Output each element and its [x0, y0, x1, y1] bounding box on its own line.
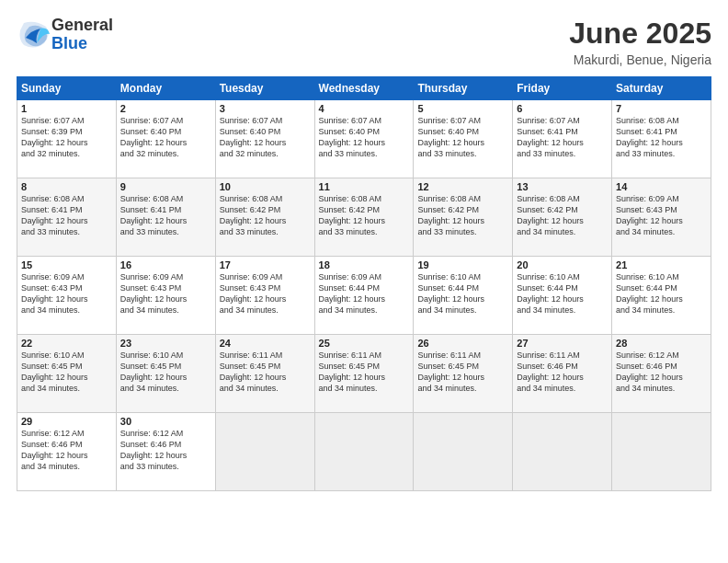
day-number: 13 [517, 181, 608, 192]
day-info: Sunrise: 6:07 AM Sunset: 6:41 PM Dayligh… [517, 115, 608, 160]
calendar-cell: 20Sunrise: 6:10 AM Sunset: 6:44 PM Dayli… [513, 257, 612, 335]
day-info: Sunrise: 6:11 AM Sunset: 6:45 PM Dayligh… [319, 350, 410, 395]
day-number: 16 [120, 259, 211, 270]
calendar-cell: 7Sunrise: 6:08 AM Sunset: 6:41 PM Daylig… [612, 100, 711, 178]
logo-blue: Blue [51, 34, 87, 52]
calendar-week-3: 15Sunrise: 6:09 AM Sunset: 6:43 PM Dayli… [17, 257, 711, 335]
day-number: 15 [21, 259, 112, 270]
logo: General Blue [17, 17, 113, 53]
day-info: Sunrise: 6:08 AM Sunset: 6:42 PM Dayligh… [517, 193, 608, 238]
calendar-cell: 4Sunrise: 6:07 AM Sunset: 6:40 PM Daylig… [314, 100, 414, 178]
calendar-week-1: 1Sunrise: 6:07 AM Sunset: 6:39 PM Daylig… [17, 100, 711, 178]
day-info: Sunrise: 6:09 AM Sunset: 6:43 PM Dayligh… [616, 193, 707, 238]
calendar-week-2: 8Sunrise: 6:08 AM Sunset: 6:41 PM Daylig… [17, 178, 711, 257]
day-number: 6 [517, 103, 608, 114]
calendar-cell [612, 413, 711, 491]
calendar-cell: 8Sunrise: 6:08 AM Sunset: 6:41 PM Daylig… [17, 178, 117, 257]
day-number: 1 [21, 103, 112, 114]
calendar-cell: 10Sunrise: 6:08 AM Sunset: 6:42 PM Dayli… [215, 178, 314, 257]
logo-icon [17, 17, 51, 52]
day-number: 9 [120, 181, 211, 192]
calendar-cell: 11Sunrise: 6:08 AM Sunset: 6:42 PM Dayli… [314, 178, 414, 257]
calendar-cell: 23Sunrise: 6:10 AM Sunset: 6:45 PM Dayli… [116, 335, 215, 413]
day-info: Sunrise: 6:09 AM Sunset: 6:43 PM Dayligh… [120, 271, 211, 316]
calendar-cell: 28Sunrise: 6:12 AM Sunset: 6:46 PM Dayli… [612, 335, 711, 413]
day-info: Sunrise: 6:09 AM Sunset: 6:44 PM Dayligh… [319, 271, 410, 316]
col-monday: Monday [116, 77, 215, 100]
calendar-header: Sunday Monday Tuesday Wednesday Thursday… [17, 77, 711, 100]
day-info: Sunrise: 6:08 AM Sunset: 6:41 PM Dayligh… [616, 115, 707, 160]
day-info: Sunrise: 6:10 AM Sunset: 6:45 PM Dayligh… [120, 350, 211, 395]
day-number: 8 [21, 181, 112, 192]
day-number: 27 [517, 338, 608, 349]
calendar-cell: 30Sunrise: 6:12 AM Sunset: 6:46 PM Dayli… [116, 413, 215, 491]
logo-general: General [51, 16, 113, 34]
day-number: 10 [220, 181, 311, 192]
day-info: Sunrise: 6:12 AM Sunset: 6:46 PM Dayligh… [21, 428, 112, 473]
calendar-cell: 12Sunrise: 6:08 AM Sunset: 6:42 PM Dayli… [414, 178, 513, 257]
day-number: 20 [517, 259, 608, 270]
location: Makurdi, Benue, Nigeria [569, 52, 711, 67]
calendar-cell: 16Sunrise: 6:09 AM Sunset: 6:43 PM Dayli… [116, 257, 215, 335]
day-header-row: Sunday Monday Tuesday Wednesday Thursday… [17, 77, 711, 100]
calendar-week-5: 29Sunrise: 6:12 AM Sunset: 6:46 PM Dayli… [17, 413, 711, 491]
day-info: Sunrise: 6:10 AM Sunset: 6:44 PM Dayligh… [417, 271, 508, 316]
day-number: 11 [319, 181, 410, 192]
logo-text: General Blue [51, 17, 113, 53]
day-number: 22 [21, 338, 112, 349]
day-info: Sunrise: 6:07 AM Sunset: 6:40 PM Dayligh… [417, 115, 508, 160]
calendar-cell: 9Sunrise: 6:08 AM Sunset: 6:41 PM Daylig… [116, 178, 215, 257]
day-info: Sunrise: 6:08 AM Sunset: 6:42 PM Dayligh… [319, 193, 410, 238]
header: General Blue June 2025 Makurdi, Benue, N… [17, 17, 711, 67]
day-number: 18 [319, 259, 410, 270]
day-number: 21 [616, 259, 707, 270]
title-area: June 2025 Makurdi, Benue, Nigeria [569, 17, 711, 67]
col-thursday: Thursday [414, 77, 513, 100]
calendar-body: 1Sunrise: 6:07 AM Sunset: 6:39 PM Daylig… [17, 100, 711, 491]
day-number: 30 [120, 416, 211, 427]
day-number: 12 [417, 181, 508, 192]
day-number: 7 [616, 103, 707, 114]
day-info: Sunrise: 6:10 AM Sunset: 6:44 PM Dayligh… [616, 271, 707, 316]
day-info: Sunrise: 6:07 AM Sunset: 6:40 PM Dayligh… [319, 115, 410, 160]
day-number: 14 [616, 181, 707, 192]
calendar-cell: 24Sunrise: 6:11 AM Sunset: 6:45 PM Dayli… [215, 335, 314, 413]
calendar-cell: 17Sunrise: 6:09 AM Sunset: 6:43 PM Dayli… [215, 257, 314, 335]
day-info: Sunrise: 6:08 AM Sunset: 6:41 PM Dayligh… [21, 193, 112, 238]
day-info: Sunrise: 6:07 AM Sunset: 6:39 PM Dayligh… [21, 115, 112, 160]
day-info: Sunrise: 6:08 AM Sunset: 6:41 PM Dayligh… [120, 193, 211, 238]
calendar-week-4: 22Sunrise: 6:10 AM Sunset: 6:45 PM Dayli… [17, 335, 711, 413]
col-saturday: Saturday [612, 77, 711, 100]
col-tuesday: Tuesday [215, 77, 314, 100]
day-number: 25 [319, 338, 410, 349]
calendar: Sunday Monday Tuesday Wednesday Thursday… [17, 76, 711, 491]
day-info: Sunrise: 6:07 AM Sunset: 6:40 PM Dayligh… [220, 115, 311, 160]
day-number: 5 [417, 103, 508, 114]
col-wednesday: Wednesday [314, 77, 414, 100]
day-info: Sunrise: 6:08 AM Sunset: 6:42 PM Dayligh… [220, 193, 311, 238]
day-number: 23 [120, 338, 211, 349]
calendar-cell: 27Sunrise: 6:11 AM Sunset: 6:46 PM Dayli… [513, 335, 612, 413]
calendar-cell: 18Sunrise: 6:09 AM Sunset: 6:44 PM Dayli… [314, 257, 414, 335]
calendar-cell: 15Sunrise: 6:09 AM Sunset: 6:43 PM Dayli… [17, 257, 117, 335]
day-info: Sunrise: 6:10 AM Sunset: 6:44 PM Dayligh… [517, 271, 608, 316]
day-info: Sunrise: 6:12 AM Sunset: 6:46 PM Dayligh… [120, 428, 211, 473]
col-friday: Friday [513, 77, 612, 100]
day-number: 24 [220, 338, 311, 349]
calendar-cell: 22Sunrise: 6:10 AM Sunset: 6:45 PM Dayli… [17, 335, 117, 413]
calendar-cell: 14Sunrise: 6:09 AM Sunset: 6:43 PM Dayli… [612, 178, 711, 257]
day-info: Sunrise: 6:10 AM Sunset: 6:45 PM Dayligh… [21, 350, 112, 395]
day-info: Sunrise: 6:09 AM Sunset: 6:43 PM Dayligh… [220, 271, 311, 316]
month-year: June 2025 [569, 17, 711, 51]
day-number: 19 [417, 259, 508, 270]
calendar-cell [513, 413, 612, 491]
day-info: Sunrise: 6:11 AM Sunset: 6:45 PM Dayligh… [220, 350, 311, 395]
calendar-cell: 3Sunrise: 6:07 AM Sunset: 6:40 PM Daylig… [215, 100, 314, 178]
day-number: 2 [120, 103, 211, 114]
day-info: Sunrise: 6:09 AM Sunset: 6:43 PM Dayligh… [21, 271, 112, 316]
calendar-cell: 5Sunrise: 6:07 AM Sunset: 6:40 PM Daylig… [414, 100, 513, 178]
calendar-cell: 6Sunrise: 6:07 AM Sunset: 6:41 PM Daylig… [513, 100, 612, 178]
day-number: 3 [220, 103, 311, 114]
calendar-cell: 21Sunrise: 6:10 AM Sunset: 6:44 PM Dayli… [612, 257, 711, 335]
day-number: 28 [616, 338, 707, 349]
